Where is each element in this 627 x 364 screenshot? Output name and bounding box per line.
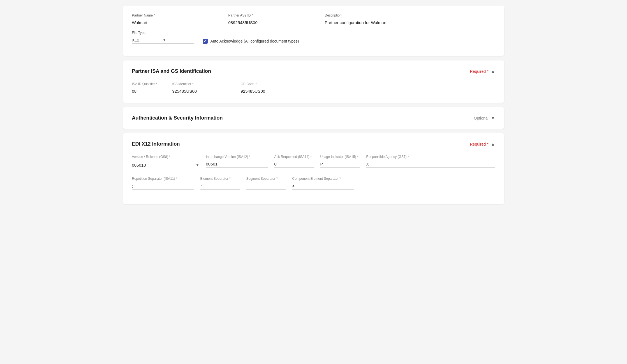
edi-section-header: EDI X12 Information Required * ▲ bbox=[132, 141, 495, 147]
version-release-chevron-icon: ▼ bbox=[196, 163, 199, 167]
file-type-label: File Type bbox=[132, 31, 194, 35]
isa-section-header: Partner ISA and GS Identification Requir… bbox=[132, 68, 495, 74]
ack-requested-label: Ack Requested (ISA14) * bbox=[274, 155, 314, 159]
description-label: Description bbox=[325, 13, 495, 17]
isa-id-qualifier-label: ISA ID Qualifier * bbox=[132, 82, 166, 86]
edi-required-badge: Required * bbox=[470, 142, 489, 146]
isa-collapse-icon[interactable]: ▲ bbox=[491, 69, 495, 74]
auth-section-badge: Optional ▼ bbox=[474, 116, 495, 121]
partner-as2-id-input[interactable] bbox=[228, 19, 318, 26]
segment-separator-input[interactable]: ~ bbox=[246, 182, 286, 190]
isa-section-badge: Required * ▲ bbox=[470, 69, 495, 74]
partner-name-label: Partner Name * bbox=[132, 13, 222, 17]
isa-gs-card: Partner ISA and GS Identification Requir… bbox=[123, 60, 504, 103]
description-input[interactable] bbox=[325, 19, 495, 26]
auth-section-title: Authentication & Security Information bbox=[132, 115, 223, 121]
partner-name-input[interactable] bbox=[132, 19, 222, 26]
repetition-separator-field: Repetition Separator (ISA11) * ; bbox=[132, 177, 194, 190]
gs-code-field: GS Code * 925485US00 bbox=[241, 82, 302, 95]
file-type-select[interactable]: X12 ▼ bbox=[132, 36, 194, 44]
version-release-value[interactable]: 005010 bbox=[132, 162, 196, 169]
element-separator-field: Element Separator * * bbox=[200, 177, 240, 190]
auth-expand-icon[interactable]: ▼ bbox=[491, 116, 495, 121]
component-element-separator-field: Component Element Separator * > bbox=[292, 177, 354, 190]
usage-indicator-input[interactable]: P bbox=[320, 160, 360, 168]
description-field: Description bbox=[325, 13, 495, 26]
auth-security-card: Authentication & Security Information Op… bbox=[123, 107, 504, 129]
auth-section-header: Authentication & Security Information Op… bbox=[132, 115, 495, 121]
isa-identifier-input[interactable]: 925485US00 bbox=[172, 88, 234, 95]
partner-as2-id-label: Partner AS2 ID * bbox=[228, 13, 318, 17]
version-release-field: Version / Release (GS8) * 005010 ▼ bbox=[132, 155, 199, 170]
file-type-field: File Type X12 ▼ bbox=[132, 31, 194, 44]
segment-separator-field: Segment Separator * ~ bbox=[246, 177, 286, 190]
repetition-separator-input[interactable]: ; bbox=[132, 182, 194, 190]
edi-collapse-icon[interactable]: ▲ bbox=[491, 142, 495, 147]
interchange-version-input[interactable]: 00501 bbox=[206, 160, 268, 168]
version-release-label: Version / Release (GS8) * bbox=[132, 155, 199, 159]
edi-x12-card: EDI X12 Information Required * ▲ Version… bbox=[123, 133, 504, 204]
isa-required-badge: Required * bbox=[470, 69, 489, 74]
segment-separator-label: Segment Separator * bbox=[246, 177, 286, 181]
isa-id-qualifier-field: ISA ID Qualifier * 08 bbox=[132, 82, 166, 95]
partner-info-card: Partner Name * Partner AS2 ID * Descript… bbox=[123, 6, 504, 56]
element-separator-input[interactable]: * bbox=[200, 182, 240, 190]
component-element-separator-input[interactable]: > bbox=[292, 182, 354, 190]
edi-row-2: Repetition Separator (ISA11) * ; Element… bbox=[132, 177, 495, 190]
repetition-separator-label: Repetition Separator (ISA11) * bbox=[132, 177, 194, 181]
auth-optional-badge: Optional bbox=[474, 116, 489, 120]
isa-identifier-label: ISA Identifier * bbox=[172, 82, 234, 86]
ack-requested-field: Ack Requested (ISA14) * 0 bbox=[274, 155, 314, 170]
isa-section-title: Partner ISA and GS Identification bbox=[132, 68, 211, 74]
isa-fields-row: ISA ID Qualifier * 08 ISA Identifier * 9… bbox=[132, 82, 495, 95]
file-type-chevron-icon: ▼ bbox=[163, 38, 194, 42]
interchange-version-field: Interchange Version (ISA12) * 00501 bbox=[206, 155, 268, 170]
gs-code-input[interactable]: 925485US00 bbox=[241, 88, 302, 95]
interchange-version-label: Interchange Version (ISA12) * bbox=[206, 155, 268, 159]
gs-code-label: GS Code * bbox=[241, 82, 302, 86]
isa-id-qualifier-input[interactable]: 08 bbox=[132, 88, 166, 95]
responsible-agency-input[interactable]: X bbox=[366, 160, 495, 168]
responsible-agency-label: Responsible Agency (GS7) * bbox=[366, 155, 495, 159]
element-separator-label: Element Separator * bbox=[200, 177, 240, 181]
edi-section-title: EDI X12 Information bbox=[132, 141, 180, 147]
edi-row-1: Version / Release (GS8) * 005010 ▼ Inter… bbox=[132, 155, 495, 170]
auto-acknowledge-checkbox[interactable] bbox=[203, 39, 208, 44]
partner-as2-id-field: Partner AS2 ID * bbox=[228, 13, 318, 26]
auto-acknowledge-label: Auto Acknowledge (All configured documen… bbox=[210, 39, 299, 43]
component-element-separator-label: Component Element Separator * bbox=[292, 177, 354, 181]
usage-indicator-field: Usage Indicator (ISA15) * P bbox=[320, 155, 360, 170]
auto-acknowledge-row[interactable]: Auto Acknowledge (All configured documen… bbox=[203, 39, 299, 44]
partner-name-field: Partner Name * bbox=[132, 13, 222, 26]
edi-section-badge: Required * ▲ bbox=[470, 142, 495, 147]
responsible-agency-field: Responsible Agency (GS7) * X bbox=[366, 155, 495, 170]
file-type-value: X12 bbox=[132, 38, 163, 42]
isa-identifier-field: ISA Identifier * 925485US00 bbox=[172, 82, 234, 95]
ack-requested-input[interactable]: 0 bbox=[274, 160, 314, 168]
usage-indicator-label: Usage Indicator (ISA15) * bbox=[320, 155, 360, 159]
